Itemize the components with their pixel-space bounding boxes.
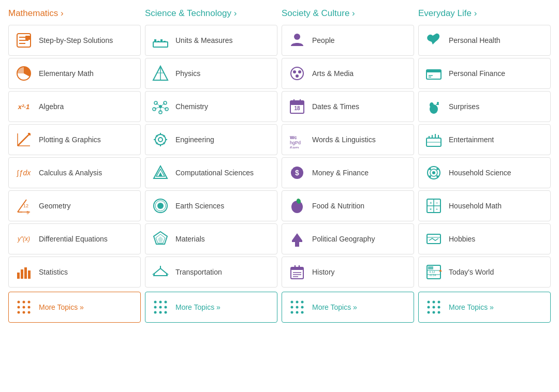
science-more-icon bbox=[151, 297, 170, 317]
svg-rect-19 bbox=[28, 270, 31, 279]
math-plotting[interactable]: Plotting & Graphics bbox=[8, 124, 141, 155]
svg-point-23 bbox=[18, 306, 20, 309]
svg-rect-4 bbox=[25, 36, 31, 40]
society-dates[interactable]: 18 Dates & Times bbox=[282, 91, 414, 122]
math-header[interactable]: Mathematics › bbox=[8, 8, 141, 19]
svg-text:Wc: Wc bbox=[290, 135, 297, 140]
surprises-label: Surprises bbox=[449, 102, 479, 111]
math-differential[interactable]: y″(x) Differential Equations bbox=[8, 223, 141, 254]
svg-point-121 bbox=[430, 102, 434, 108]
everyday-surprises[interactable]: Surprises bbox=[418, 91, 551, 122]
svg-text:-0.54: -0.54 bbox=[429, 274, 436, 277]
health-icon bbox=[424, 31, 444, 50]
arts-icon bbox=[287, 64, 307, 83]
math-algebra[interactable]: x²·1 Algebra bbox=[8, 91, 141, 122]
society-more-topics[interactable]: More Topics » bbox=[282, 292, 414, 323]
svg-point-122 bbox=[437, 102, 439, 104]
svg-point-154 bbox=[438, 301, 440, 304]
society-history[interactable]: History bbox=[282, 257, 414, 288]
food-icon bbox=[287, 196, 307, 216]
math-elementary[interactable]: Elementary Math bbox=[8, 58, 141, 89]
society-food[interactable]: Food & Nutrition bbox=[282, 190, 414, 221]
materials-icon bbox=[151, 229, 170, 249]
science-engineering[interactable]: Engineering bbox=[145, 124, 277, 155]
svg-point-83 bbox=[291, 67, 303, 80]
everyday-header[interactable]: Everyday Life › bbox=[418, 8, 551, 19]
svg-text:$: $ bbox=[295, 169, 299, 177]
hobbies-icon bbox=[424, 229, 444, 249]
everyday-hobbies[interactable]: Hobbies bbox=[418, 223, 551, 254]
statistics-label: Statistics bbox=[39, 268, 68, 277]
everyday-household-math[interactable]: + − × ÷ Household Math bbox=[418, 190, 551, 221]
math-more-topics[interactable]: More Topics » bbox=[8, 292, 141, 323]
physics-label: Physics bbox=[175, 69, 200, 78]
arts-label: Arts & Media bbox=[312, 69, 354, 78]
society-header[interactable]: Society & Culture › bbox=[282, 8, 414, 19]
svg-point-159 bbox=[433, 311, 435, 314]
svg-point-112 bbox=[301, 306, 304, 309]
society-political[interactable]: Political Geography bbox=[282, 223, 414, 254]
science-header[interactable]: Science & Technology › bbox=[145, 8, 277, 19]
svg-point-109 bbox=[301, 301, 304, 304]
society-words[interactable]: Wc hgPd 6am Words & Linguistics bbox=[282, 124, 414, 155]
science-computational[interactable]: Computational Sciences bbox=[145, 157, 277, 188]
math-more-label: More Topics » bbox=[39, 303, 84, 312]
hobbies-label: Hobbies bbox=[449, 235, 475, 244]
svg-point-74 bbox=[159, 301, 162, 304]
surprises-icon bbox=[424, 97, 444, 116]
math-geometry[interactable]: 9 12 Geometry bbox=[8, 190, 141, 221]
everyday-entertainment[interactable]: Entertainment bbox=[418, 124, 551, 155]
category-grid: Mathematics › Step-by-Step Solutions bbox=[8, 8, 551, 323]
everyday-household-science[interactable]: Household Science bbox=[418, 157, 551, 188]
computational-label: Computational Sciences bbox=[175, 169, 254, 177]
everyday-finance[interactable]: Personal Finance bbox=[418, 58, 551, 89]
physics-icon bbox=[151, 64, 170, 83]
earth-label: Earth Sciences bbox=[175, 202, 224, 210]
health-label: Personal Health bbox=[449, 36, 501, 45]
society-arts[interactable]: Arts & Media bbox=[282, 58, 414, 89]
statistics-icon bbox=[14, 262, 34, 282]
calculus-icon: ∫ƒdx bbox=[14, 163, 34, 183]
earth-icon bbox=[151, 196, 170, 216]
society-money[interactable]: $ Money & Finance bbox=[282, 157, 414, 188]
science-units[interactable]: Units & Measures bbox=[145, 25, 277, 56]
science-more-topics[interactable]: More Topics » bbox=[145, 292, 277, 323]
math-statistics[interactable]: Statistics bbox=[8, 257, 141, 288]
dates-icon: 18 bbox=[287, 97, 307, 116]
society-more-icon bbox=[287, 297, 307, 317]
science-physics[interactable]: Physics bbox=[145, 58, 277, 89]
dates-label: Dates & Times bbox=[312, 102, 359, 111]
science-earth[interactable]: Earth Sciences bbox=[145, 190, 277, 221]
svg-point-84 bbox=[293, 70, 296, 73]
svg-point-22 bbox=[28, 301, 31, 304]
science-materials[interactable]: Materials bbox=[145, 223, 277, 254]
science-transportation[interactable]: Transportation bbox=[145, 257, 277, 288]
everyday-more-topics[interactable]: More Topics » bbox=[418, 292, 551, 323]
science-more-label: More Topics » bbox=[175, 303, 220, 312]
svg-line-46 bbox=[160, 103, 165, 107]
svg-text:hgPd: hgPd bbox=[290, 140, 301, 145]
household-science-label: Household Science bbox=[449, 169, 511, 177]
svg-point-64 bbox=[157, 203, 164, 209]
svg-text:÷: ÷ bbox=[436, 207, 438, 211]
math-step-by-step[interactable]: Step-by-Step Solutions bbox=[8, 25, 141, 56]
svg-point-132 bbox=[429, 168, 431, 170]
everyday-health[interactable]: Personal Health bbox=[418, 25, 551, 56]
transportation-icon bbox=[151, 262, 170, 282]
society-people[interactable]: People bbox=[282, 25, 414, 56]
svg-point-27 bbox=[23, 311, 25, 314]
svg-point-114 bbox=[296, 311, 299, 314]
science-chemistry[interactable]: Chemistry bbox=[145, 91, 277, 122]
money-icon: $ bbox=[287, 163, 307, 183]
svg-rect-148 bbox=[428, 266, 433, 269]
svg-rect-30 bbox=[154, 39, 156, 42]
math-calculus[interactable]: ∫ƒdx Calculus & Analysis bbox=[8, 157, 141, 188]
svg-point-76 bbox=[154, 306, 157, 309]
svg-point-135 bbox=[436, 175, 438, 177]
everyday-todays-world[interactable]: 4.12 -0.54 Today's World bbox=[418, 257, 551, 288]
money-label: Money & Finance bbox=[312, 169, 369, 177]
svg-point-73 bbox=[154, 301, 157, 304]
svg-point-156 bbox=[433, 306, 435, 309]
svg-text:18: 18 bbox=[294, 105, 300, 111]
math-column: Mathematics › Step-by-Step Solutions bbox=[8, 8, 141, 323]
